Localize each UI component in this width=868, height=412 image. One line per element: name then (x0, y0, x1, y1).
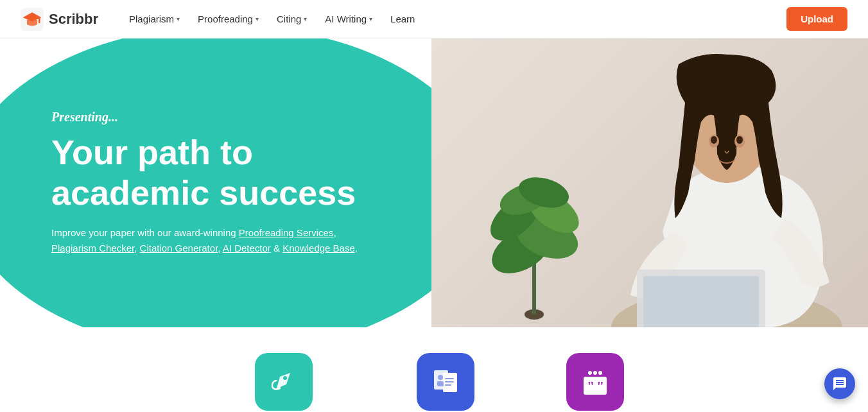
svg-point-20 (283, 376, 287, 380)
service-card-proofreading[interactable]: Proofreading & Editing (225, 353, 343, 412)
upload-button[interactable]: Upload (786, 7, 847, 31)
citation-icon-bg: " " (566, 353, 624, 411)
service-card-citation[interactable]: " " Citation Generator (548, 353, 643, 412)
svg-point-32 (598, 371, 602, 375)
chevron-down-icon: ▾ (369, 15, 372, 22)
services-strip: Proofreading & Editing (0, 327, 868, 412)
plagiarism-checker-link[interactable]: Plagiarism Checker (51, 243, 134, 253)
nav-item-ai-writing[interactable]: AI Writing ▾ (317, 8, 380, 30)
nav-right: Upload (786, 7, 847, 31)
svg-rect-28 (437, 381, 444, 386)
chat-icon (832, 376, 847, 391)
chevron-down-icon: ▾ (304, 15, 307, 22)
proofreading-icon-bg (255, 353, 313, 411)
citation-generator-icon: " " (578, 364, 612, 400)
logo-icon (21, 8, 44, 31)
pen-icon (267, 364, 300, 400)
presenting-text: Presenting... (51, 110, 817, 124)
nav-item-learn[interactable]: Learn (383, 8, 422, 30)
nav-links: Plagiarism ▾ Proofreading ▾ Citing ▾ AI … (121, 8, 786, 30)
chevron-down-icon: ▾ (256, 15, 259, 22)
nav-item-proofreading[interactable]: Proofreading ▾ (190, 8, 266, 30)
logo[interactable]: Scribbr (21, 8, 98, 31)
svg-rect-24 (445, 378, 454, 379)
nav-item-plagiarism[interactable]: Plagiarism ▾ (121, 8, 187, 30)
svg-rect-2 (39, 17, 40, 23)
svg-point-31 (593, 371, 597, 375)
citation-generator-link[interactable]: Citation Generator (140, 243, 218, 253)
svg-text:": " (596, 378, 604, 394)
hero-content: Presenting... Your path to academic succ… (0, 39, 868, 327)
plagiarism-checker-icon (429, 364, 462, 400)
hero-subtitle: Improve your paper with our award-winnin… (51, 225, 372, 256)
hero-section: Presenting... Your path to academic succ… (0, 39, 868, 327)
ai-detector-link[interactable]: AI Detector (223, 243, 271, 253)
svg-point-30 (588, 371, 592, 375)
svg-text:": " (587, 378, 595, 394)
service-card-plagiarism[interactable]: Plagiarism Checker (395, 353, 496, 412)
chat-support-button[interactable] (824, 368, 855, 399)
nav-item-citing[interactable]: Citing ▾ (269, 8, 315, 30)
hero-headline: Your path to academic success (51, 132, 411, 212)
svg-rect-26 (445, 384, 451, 386)
chevron-down-icon: ▾ (177, 15, 180, 22)
plagiarism-icon-bg (417, 353, 474, 411)
knowledge-base-link[interactable]: Knowledge Base (282, 243, 355, 253)
proofreading-services-link[interactable]: Proofreading Services (239, 227, 334, 238)
navbar: Scribbr Plagiarism ▾ Proofreading ▾ Citi… (0, 0, 868, 39)
svg-point-27 (438, 375, 443, 380)
logo-text: Scribbr (49, 11, 98, 28)
svg-rect-25 (445, 381, 454, 382)
